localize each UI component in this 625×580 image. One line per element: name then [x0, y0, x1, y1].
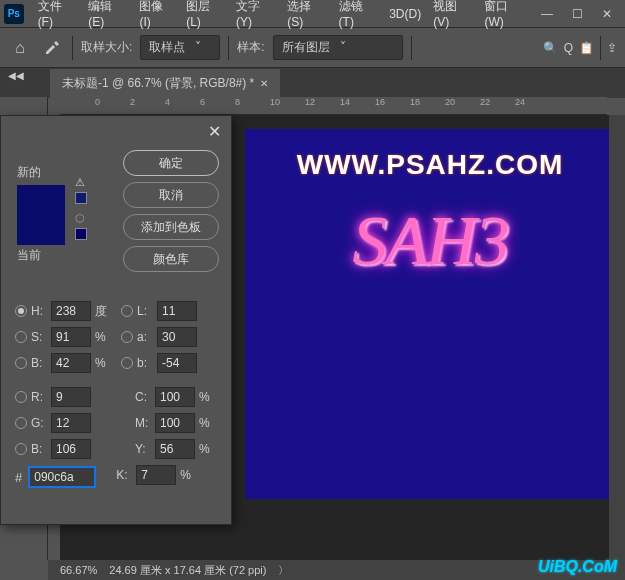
menu-bar: Ps 文件(F) 编辑(E) 图像(I) 图层(L) 文字(Y) 选择(S) 滤… [0, 0, 625, 28]
bv-radio[interactable] [15, 357, 27, 369]
g-radio[interactable] [15, 417, 27, 429]
a-radio[interactable] [121, 331, 133, 343]
gamut-warning-icon[interactable]: ⚠ [75, 176, 89, 190]
document-tab[interactable]: 未标题-1 @ 66.7% (背景, RGB/8#) * ✕ [50, 69, 280, 98]
sample-select[interactable]: 所有图层 ˅ [273, 35, 403, 60]
bc-radio[interactable] [15, 443, 27, 455]
zoom-level[interactable]: 66.67% [60, 564, 97, 576]
menu-edit[interactable]: 编辑(E) [82, 0, 133, 29]
share-icon[interactable]: ⇪ [607, 41, 617, 55]
tab-title: 未标题-1 @ 66.7% (背景, RGB/8#) * [62, 75, 254, 92]
k-label: K: [116, 468, 132, 482]
close-button[interactable]: ✕ [593, 4, 621, 24]
l-input[interactable] [157, 301, 197, 321]
k-input[interactable] [136, 465, 176, 485]
s-radio[interactable] [15, 331, 27, 343]
document-dimensions: 24.69 厘米 x 17.64 厘米 (72 ppi) [109, 563, 266, 578]
current-color-swatch[interactable] [17, 215, 65, 245]
cancel-button[interactable]: 取消 [123, 182, 219, 208]
canvas-text-url: WWW.PSAHZ.COM [297, 149, 564, 181]
menu-window[interactable]: 窗口(W) [478, 0, 533, 29]
ok-button[interactable]: 确定 [123, 150, 219, 176]
c-label: C: [135, 390, 151, 404]
r-label: R: [31, 390, 47, 404]
g-label: G: [31, 416, 47, 430]
separator [600, 36, 601, 60]
color-library-button[interactable]: 颜色库 [123, 246, 219, 272]
window-controls: — ☐ ✕ [533, 4, 621, 24]
document-tabs: 未标题-1 @ 66.7% (背景, RGB/8#) * ✕ [0, 68, 625, 98]
c-unit: % [199, 390, 215, 404]
separator [72, 36, 73, 60]
y-label: Y: [135, 442, 151, 456]
a-label: a: [137, 330, 153, 344]
menu-type[interactable]: 文字(Y) [230, 0, 281, 29]
document-canvas[interactable]: WWW.PSAHZ.COM SAH3 [245, 129, 615, 499]
hex-label: # [15, 470, 22, 485]
y-unit: % [199, 442, 215, 456]
menu-filter[interactable]: 滤镜(T) [333, 0, 384, 29]
web-safe-icon[interactable]: ⬡ [75, 212, 89, 226]
sample-size-select[interactable]: 取样点 ˅ [140, 35, 220, 60]
bv-input[interactable] [51, 353, 91, 373]
menu-image[interactable]: 图像(I) [133, 0, 180, 29]
dialog-close-icon[interactable]: ✕ [208, 122, 221, 141]
eyedropper-icon[interactable] [40, 36, 64, 60]
new-color-swatch[interactable] [17, 185, 65, 215]
m-unit: % [199, 416, 215, 430]
screen-mode-icon[interactable]: 📋 [579, 41, 594, 55]
tab-close-icon[interactable]: ✕ [260, 78, 268, 89]
m-label: M: [135, 416, 151, 430]
bv-unit: % [95, 356, 111, 370]
web-safe-swatch[interactable] [75, 228, 87, 240]
separator [411, 36, 412, 60]
maximize-button[interactable]: ☐ [563, 4, 591, 24]
h-label: H: [31, 304, 47, 318]
g-input[interactable] [51, 413, 91, 433]
gamut-warning-swatch[interactable] [75, 192, 87, 204]
k-unit: % [180, 468, 196, 482]
hex-input[interactable] [28, 466, 96, 488]
sample-label: 样本: [237, 39, 264, 56]
current-color-label: 当前 [17, 247, 97, 264]
l-label: L: [137, 304, 153, 318]
h-unit: 度 [95, 303, 111, 320]
menu-layer[interactable]: 图层(L) [180, 0, 230, 29]
panel-toggle-icon[interactable]: ◀◀ [8, 70, 24, 81]
c-input[interactable] [155, 387, 195, 407]
home-icon[interactable]: ⌂ [8, 36, 32, 60]
bv-label: B: [31, 356, 47, 370]
s-label: S: [31, 330, 47, 344]
menu-file[interactable]: 文件(F) [32, 0, 83, 29]
add-swatch-button[interactable]: 添加到色板 [123, 214, 219, 240]
b-input[interactable] [157, 353, 197, 373]
s-unit: % [95, 330, 111, 344]
menu-3d[interactable]: 3D(D) [383, 7, 427, 21]
r-radio[interactable] [15, 391, 27, 403]
options-bar: ⌂ 取样大小: 取样点 ˅ 样本: 所有图层 ˅ 🔍 Q 📋 ⇪ [0, 28, 625, 68]
h-radio[interactable] [15, 305, 27, 317]
y-input[interactable] [155, 439, 195, 459]
b-radio[interactable] [121, 357, 133, 369]
horizontal-ruler: 024681012141618202224 [60, 97, 607, 115]
status-chevron-icon[interactable]: 〉 [278, 563, 289, 578]
separator [228, 36, 229, 60]
color-picker-dialog: ✕ 确定 取消 添加到色板 颜色库 新的 当前 ⚠ ⬡ H: 度 L: [0, 115, 232, 525]
vertical-scrollbar[interactable] [609, 115, 625, 560]
minimize-button[interactable]: — [533, 4, 561, 24]
menu-view[interactable]: 视图(V) [427, 0, 478, 29]
bc-label: B: [31, 442, 47, 456]
m-input[interactable] [155, 413, 195, 433]
r-input[interactable] [51, 387, 91, 407]
search-icon[interactable]: 🔍 [543, 41, 558, 55]
bc-input[interactable] [51, 439, 91, 459]
h-input[interactable] [51, 301, 91, 321]
a-input[interactable] [157, 327, 197, 347]
s-input[interactable] [51, 327, 91, 347]
watermark: UiBQ.CoM [538, 558, 617, 576]
b-label: b: [137, 356, 153, 370]
menu-select[interactable]: 选择(S) [281, 0, 332, 29]
sample-size-label: 取样大小: [81, 39, 132, 56]
l-radio[interactable] [121, 305, 133, 317]
quick-mask-icon[interactable]: Q [564, 41, 573, 55]
